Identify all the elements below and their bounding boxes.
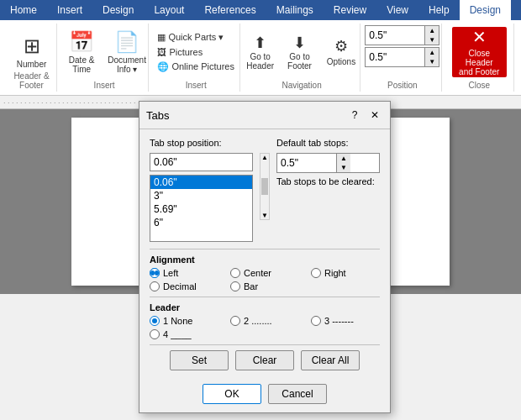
alignment-label: Alignment <box>150 255 380 265</box>
divider-1 <box>150 249 380 249</box>
align-decimal-label: Decimal <box>163 281 197 291</box>
leader-label: Leader <box>150 302 380 312</box>
ok-button[interactable]: OK <box>203 384 261 404</box>
default-tab-down[interactable]: ▼ <box>337 163 350 172</box>
leader-1-option[interactable]: 1 None <box>150 316 217 326</box>
list-item-1[interactable]: 3" <box>150 189 252 202</box>
top-form-row: Tab stop position: 0.06" 3" 5.69" 6" ▲ ▼ <box>150 138 380 242</box>
align-bar-option[interactable]: Bar <box>230 281 297 291</box>
default-tab-spinner: ▲ ▼ <box>276 153 380 173</box>
scroll-down-icon[interactable]: ▼ <box>261 212 268 219</box>
align-decimal-option[interactable]: Decimal <box>150 281 217 291</box>
align-bar-label: Bar <box>244 281 258 291</box>
leader-2-label: 2 ........ <box>244 316 272 326</box>
leader-2-radio[interactable] <box>230 316 240 326</box>
dialog-help-button[interactable]: ? <box>346 107 363 123</box>
tab-stops-to-clear-label: Tab stops to be cleared: <box>276 176 380 186</box>
set-button[interactable]: Set <box>170 350 229 370</box>
list-item-0[interactable]: 0.06" <box>150 176 252 189</box>
listbox-scrollbar[interactable]: ▲ ▼ <box>260 153 270 220</box>
clear-all-button[interactable]: Clear All <box>301 350 360 370</box>
default-tab-input[interactable] <box>277 154 336 172</box>
action-buttons-row: Set Clear Clear All <box>150 350 380 370</box>
leader-3-radio[interactable] <box>311 316 321 326</box>
leader-4-label: 4 ____ <box>163 329 192 339</box>
cancel-button[interactable]: Cancel <box>268 384 327 404</box>
scroll-thumb <box>261 178 268 195</box>
align-right-radio[interactable] <box>311 268 321 278</box>
tab-stop-position-label: Tab stop position: <box>150 138 253 148</box>
tab-stops-listbox[interactable]: 0.06" 3" 5.69" 6" <box>150 175 253 242</box>
align-right-label: Right <box>324 268 346 278</box>
divider-2 <box>150 297 380 297</box>
leader-4-radio[interactable] <box>150 329 160 339</box>
align-bar-radio[interactable] <box>230 281 240 291</box>
leader-3-label: 3 ------- <box>324 316 354 326</box>
align-center-label: Center <box>244 268 271 278</box>
list-item-3[interactable]: 6" <box>150 216 252 229</box>
default-tab-up[interactable]: ▲ <box>337 154 350 163</box>
tab-stop-position-input[interactable] <box>150 153 253 171</box>
leader-group: 1 None 2 ........ 3 ------- 4 ____ <box>150 316 380 339</box>
alignment-group: Left Center Right Decimal Bar <box>150 268 380 291</box>
tab-stop-position-col: Tab stop position: 0.06" 3" 5.69" 6" <box>150 138 253 242</box>
dialog-titlebar: Tabs ? ✕ <box>139 102 390 129</box>
align-center-option[interactable]: Center <box>230 268 297 278</box>
dialog-window-controls: ? ✕ <box>346 107 383 123</box>
align-decimal-radio[interactable] <box>150 281 160 291</box>
dialog-body: Tab stop position: 0.06" 3" 5.69" 6" ▲ ▼ <box>139 129 390 379</box>
dialog-title: Tabs <box>146 109 169 122</box>
default-tab-spinner-btns: ▲ ▼ <box>336 154 350 172</box>
align-center-radio[interactable] <box>230 268 240 278</box>
align-left-option[interactable]: Left <box>150 268 217 278</box>
leader-4-option[interactable]: 4 ____ <box>150 329 217 339</box>
divider-3 <box>150 344 380 345</box>
align-left-radio[interactable] <box>150 268 160 278</box>
list-item-2[interactable]: 5.69" <box>150 202 252 216</box>
scroll-up-icon[interactable]: ▲ <box>261 154 268 161</box>
dialog-close-button[interactable]: ✕ <box>366 107 383 123</box>
default-tab-col: Default tab stops: ▲ ▼ Tab stops to be c… <box>276 138 380 186</box>
default-tab-stops-label: Default tab stops: <box>276 138 380 148</box>
leader-1-label: 1 None <box>163 316 192 326</box>
leader-2-option[interactable]: 2 ........ <box>230 316 297 326</box>
modal-overlay: Tabs ? ✕ Tab stop position: 0.06" 3" 5.6… <box>0 0 521 420</box>
tabs-dialog: Tabs ? ✕ Tab stop position: 0.06" 3" 5.6… <box>139 101 391 413</box>
leader-3-option[interactable]: 3 ------- <box>311 316 378 326</box>
align-right-option[interactable]: Right <box>311 268 378 278</box>
align-left-label: Left <box>163 268 178 278</box>
clear-button[interactable]: Clear <box>235 350 294 370</box>
dialog-footer: OK Cancel <box>139 379 390 412</box>
leader-1-radio[interactable] <box>150 316 160 326</box>
